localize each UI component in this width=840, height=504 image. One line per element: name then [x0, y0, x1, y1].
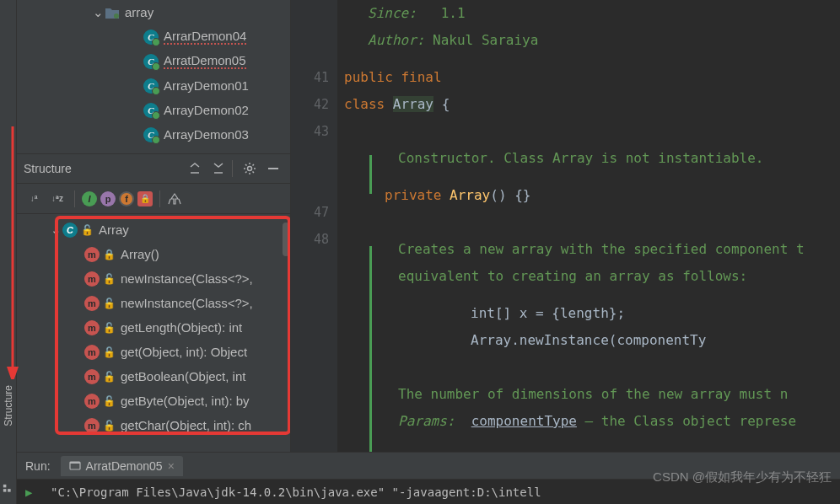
structure-member-row[interactable]: m 🔓 getLength(Object): int [17, 315, 290, 340]
code-area[interactable]: 41 42 43 47 48 Since: 1.1 Author: Nakul … [291, 0, 840, 504]
separator [159, 190, 160, 207]
structure-class-row[interactable]: ⌄ C 🔓 Array [17, 217, 290, 242]
chevron-down-icon: ⌄ [93, 5, 103, 20]
tree-file[interactable]: C ArrayDemon03 [17, 122, 290, 147]
file-label: ArrayDemon02 [164, 103, 249, 117]
member-label: Array() [121, 247, 159, 261]
structure-toolbar: ↓ª ↓ᵃz I p f 🔒 [17, 184, 290, 214]
method-icon: m [84, 369, 100, 384]
tree-file[interactable]: C ArrarDemon04 [17, 24, 290, 49]
svg-rect-2 [8, 489, 11, 492]
structure-member-row[interactable]: m 🔓 getByte(Object, int): by [17, 389, 290, 413]
play-icon[interactable]: ▶ [25, 485, 32, 499]
blank-line [344, 54, 840, 64]
run-config-icon [69, 460, 81, 472]
gutter-line: 41 [291, 64, 329, 91]
close-icon[interactable]: × [168, 459, 175, 473]
run-label: Run: [25, 459, 51, 473]
method-icon: m [84, 247, 100, 262]
gutter: 41 42 43 47 48 [291, 0, 337, 504]
blank-line [344, 172, 840, 182]
blank-line [344, 290, 840, 300]
doc-indent-bar [369, 155, 372, 194]
console-output[interactable]: ▶ "C:\Program Files\Java\jdk-14.0.2\bin\… [17, 479, 840, 504]
separator [74, 190, 75, 207]
gutter-line: 47 [291, 199, 329, 226]
javadoc-line: The number of dimensions of the new arra… [344, 381, 840, 408]
chevron-down-icon: ⌄ [51, 223, 61, 238]
member-label: getByte(Object, int): by [121, 394, 250, 408]
member-label: newInstance(Class<?>, [121, 271, 253, 286]
method-icon: m [84, 320, 100, 335]
structure-member-row[interactable]: m 🔓 getChar(Object, int): ch [17, 413, 290, 437]
structure-vertical-tab[interactable]: Structure [1, 378, 16, 433]
structure-member-row[interactable]: m 🔓 newInstance(Class<?>, [17, 266, 290, 291]
expand-all-button[interactable] [185, 158, 205, 179]
structure-member-row[interactable]: m 🔓 newInstance(Class<?>, [17, 291, 290, 315]
member-label: getLength(Object): int [121, 320, 242, 335]
unlock-icon: 🔓 [103, 395, 116, 407]
scrollbar-thumb[interactable] [283, 223, 289, 256]
svg-rect-0 [3, 485, 6, 488]
sort-alpha-button[interactable]: ↓ª [24, 189, 44, 209]
javadoc-line: Creates a new array with the specified c… [344, 236, 840, 263]
run-tab-label: ArratDemon05 [86, 459, 163, 473]
unlock-icon: 🔓 [103, 298, 116, 309]
folder-icon [105, 6, 120, 19]
hide-button[interactable] [263, 158, 283, 179]
svg-rect-1 [3, 489, 6, 492]
member-label: getBoolean(Object, int [121, 369, 245, 383]
collapse-all-button[interactable] [208, 158, 229, 179]
unlock-icon: 🔓 [103, 371, 116, 383]
project-tree[interactable]: ⌄ array C ArrarDemon04 C ArratDemon05 C … [17, 0, 290, 153]
tree-file[interactable]: C ArrayDemon02 [17, 98, 290, 122]
class-icon: C [143, 29, 159, 45]
tree-folder-array[interactable]: ⌄ array [17, 0, 290, 24]
gutter-line [291, 145, 329, 172]
structure-member-row[interactable]: m 🔓 getBoolean(Object, int [17, 364, 290, 389]
gutter-line: 42 [291, 91, 329, 118]
sort-visibility-button[interactable]: ↓ᵃz [47, 189, 67, 209]
code-line: class Array { [344, 91, 840, 118]
unlock-icon: 🔓 [103, 322, 116, 334]
show-nonpublic-button[interactable]: 🔒 [137, 191, 153, 206]
structure-member-row[interactable]: m 🔒 Array() [17, 242, 290, 266]
member-label: getChar(Object, int): ch [121, 418, 251, 432]
file-label: ArrayDemon01 [164, 78, 249, 93]
javadoc-line: Params: componentType – the Class object… [344, 408, 840, 435]
blank-line [344, 354, 840, 381]
unlock-icon: 🔓 [81, 224, 94, 236]
show-interfaces-button[interactable]: I [82, 191, 97, 206]
code-line: private Array() {} [344, 182, 840, 209]
class-icon: C [143, 127, 159, 142]
lock-icon: 🔒 [103, 249, 116, 260]
svg-point-4 [248, 167, 252, 171]
file-label: ArrayDemon03 [164, 127, 249, 142]
code-line: public final [344, 64, 840, 91]
settings-button[interactable] [240, 158, 260, 179]
method-icon: m [84, 271, 100, 287]
blank-line [344, 118, 840, 145]
console-text: "C:\Program Files\Java\jdk-14.0.2\bin\ja… [51, 485, 541, 499]
tree-file[interactable]: C ArrayDemon01 [17, 73, 290, 98]
autoscroll-button[interactable] [167, 191, 182, 206]
svg-point-3 [114, 13, 119, 19]
class-icon: C [62, 223, 78, 238]
unlock-icon: 🔓 [103, 420, 116, 432]
doc-indent-bar [369, 246, 372, 465]
run-tab[interactable]: ArratDemon05 × [61, 456, 183, 476]
unlock-icon: 🔓 [103, 273, 116, 285]
show-properties-button[interactable]: p [100, 191, 116, 206]
javadoc-line: Author: Nakul Saraiya [344, 27, 840, 54]
javadoc-line: equivalent to creating an array as follo… [344, 263, 840, 290]
member-label: newInstance(Class<?>, [121, 296, 253, 310]
structure-tab-icon [3, 484, 14, 496]
run-toolbar: Run: ArratDemon05 × [17, 452, 840, 479]
left-gutter-panel: Structure [0, 0, 17, 504]
tree-file[interactable]: C ArratDemon05 [17, 49, 290, 73]
javadoc-line: Constructor. Class Array is not instanti… [344, 145, 840, 172]
file-label: ArratDemon05 [164, 53, 246, 69]
structure-member-row[interactable]: m 🔓 get(Object, int): Object [17, 340, 290, 364]
show-fields-button[interactable]: f [119, 191, 134, 206]
code-content[interactable]: Since: 1.1 Author: Nakul Saraiya public … [337, 0, 840, 504]
